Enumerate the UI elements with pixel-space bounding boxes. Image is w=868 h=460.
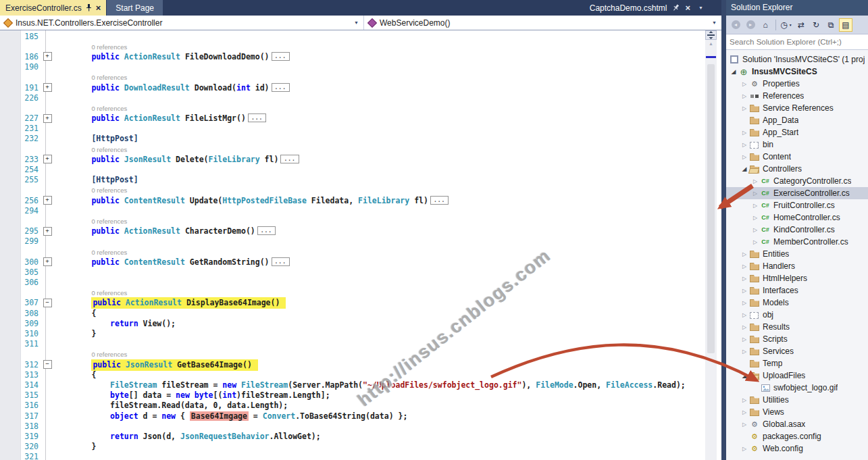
collapsed-arrow-icon[interactable]: ▷ — [740, 336, 749, 342]
tree-item-interfaces[interactable]: ▷Interfaces — [726, 284, 868, 297]
home-button[interactable]: ⌂ — [759, 18, 772, 32]
tree-item-swfobject-logo-gif[interactable]: swfobject_logo.gif — [726, 382, 868, 394]
collapse-region-box[interactable]: − — [43, 360, 52, 369]
collapsed-arrow-icon[interactable]: ▷ — [740, 312, 749, 318]
collapsed-arrow-icon[interactable]: ▷ — [740, 349, 749, 355]
tree-item-bin[interactable]: ▷bin — [726, 138, 868, 151]
code-text[interactable]: 0 references — [54, 247, 127, 257]
code-text[interactable]: [HttpPost] — [54, 175, 138, 184]
scroll-up-button[interactable]: ▲ — [705, 40, 717, 48]
expanded-arrow-icon[interactable]: ◢ — [740, 165, 749, 172]
solution-explorer-search[interactable]: Search Solution Explorer (Ctrl+;) — [726, 34, 868, 50]
code-text[interactable]: public ActionResult FileListMgr()... — [54, 113, 266, 123]
collapsed-arrow-icon[interactable]: ▷ — [740, 421, 749, 428]
expand-region-box[interactable]: + — [43, 114, 52, 123]
chevron-down-icon[interactable]: ▼ — [789, 23, 792, 27]
collapsed-code-ellipsis[interactable]: ... — [430, 196, 449, 205]
tree-item-services[interactable]: ▷Services — [726, 345, 868, 357]
collapsed-arrow-icon[interactable]: ▷ — [740, 130, 749, 136]
code-text[interactable]: byte[] data = new byte[(int)fileStream.L… — [54, 390, 330, 400]
code-text[interactable]: return View(); — [54, 319, 176, 328]
tree-item-utilities[interactable]: ▷Utilities — [726, 394, 868, 406]
collapsed-arrow-icon[interactable]: ▷ — [750, 239, 760, 245]
members-dropdown[interactable]: WebServiceDemo() ▼ — [364, 16, 721, 30]
expand-region-box[interactable]: + — [43, 196, 52, 205]
tree-item-service-references[interactable]: ▷Service References — [726, 102, 868, 114]
code-text[interactable]: public ContentResult Update(HttpPostedFi… — [54, 196, 449, 205]
close-icon[interactable]: × — [96, 3, 101, 12]
tree-item-results[interactable]: ▷Results — [726, 321, 868, 333]
code-text[interactable]: [HttpPost] — [54, 134, 138, 143]
tree-item-entities[interactable]: ▷Entities — [726, 248, 868, 260]
tab-list-caret-icon[interactable]: ▼ — [698, 5, 703, 10]
code-text[interactable]: public ActionResult CharacterDemo()... — [54, 226, 276, 236]
collapsed-arrow-icon[interactable]: ▷ — [740, 324, 749, 330]
tree-item-exercisecontroller-cs[interactable]: ▷C#ExerciseController.cs — [726, 187, 868, 199]
expanded-arrow-icon[interactable]: ◢ — [740, 372, 749, 379]
collapse-all-button[interactable]: ⧉ — [824, 18, 838, 32]
codelens-references[interactable]: 0 references — [91, 218, 127, 225]
code-text[interactable]: 0 references — [54, 145, 127, 154]
expand-region-box[interactable]: + — [43, 83, 52, 92]
preview-document-tab[interactable]: CaptchaDemo.cshtml × ▼ — [590, 0, 703, 16]
code-text[interactable]: return Json(d, JsonRequestBehavior.Allow… — [54, 432, 321, 441]
code-text[interactable]: fileStream.Read(data, 0, data.Length); — [54, 401, 288, 410]
tab-exercisecontroller[interactable]: ExerciseController.cs × — [0, 0, 106, 16]
collapsed-code-ellipsis[interactable]: ... — [280, 155, 299, 163]
types-dropdown[interactable]: Insus.NET.Controllers.ExerciseController… — [0, 16, 364, 30]
tree-item-content[interactable]: ▷Content — [726, 151, 868, 163]
tree-item-obj[interactable]: ▷obj — [726, 309, 868, 321]
code-text[interactable]: 0 references — [54, 288, 127, 297]
collapsed-arrow-icon[interactable]: ▷ — [740, 81, 749, 87]
code-text[interactable]: object d = new { Base64Imgage = Convert.… — [54, 411, 407, 421]
codelens-references[interactable]: 0 references — [91, 43, 127, 51]
expand-region-box[interactable]: + — [43, 257, 52, 266]
code-text[interactable]: public DownloadResult Download(int id)..… — [54, 83, 290, 93]
codelens-references[interactable]: 0 references — [91, 74, 127, 81]
expand-region-box[interactable]: + — [43, 52, 52, 61]
expanded-arrow-icon[interactable]: ◢ — [729, 68, 738, 75]
expand-region-box[interactable]: + — [43, 227, 52, 236]
collapsed-arrow-icon[interactable]: ▷ — [740, 446, 749, 452]
code-text[interactable]: { — [54, 370, 96, 380]
chevron-down-icon[interactable]: ▼ — [712, 20, 717, 25]
tree-item-app-data[interactable]: App_Data — [726, 114, 868, 126]
panel-splitter[interactable] — [721, 0, 726, 460]
collapsed-code-ellipsis[interactable]: ... — [272, 257, 290, 266]
collapsed-arrow-icon[interactable]: ▷ — [740, 409, 749, 415]
collapsed-arrow-icon[interactable]: ▷ — [750, 215, 760, 221]
editor-vertical-scrollbar[interactable]: ▲ — [705, 30, 717, 460]
tree-item-global-asax[interactable]: ▷⚙Global.asax — [726, 418, 868, 430]
code-editor[interactable]: 185 0 references186+ public ActionResult… — [0, 30, 721, 460]
codelens-references[interactable]: 0 references — [91, 351, 127, 358]
collapsed-arrow-icon[interactable]: ▷ — [740, 93, 749, 99]
collapsed-code-ellipsis[interactable]: ... — [272, 52, 290, 61]
tree-item-uploadfiles[interactable]: ◢UploadFiles — [726, 369, 868, 382]
pin-icon[interactable] — [86, 4, 92, 11]
expand-region-box[interactable]: + — [43, 155, 52, 163]
collapsed-arrow-icon[interactable]: ▷ — [740, 263, 749, 270]
code-text[interactable]: FileStream fileStream = new FileStream(S… — [54, 380, 686, 390]
navigate-forward-button[interactable]: ▸ — [744, 18, 757, 32]
code-text[interactable]: { — [54, 309, 96, 318]
tree-item-scripts[interactable]: ▷Scripts — [726, 333, 868, 345]
tree-item-properties[interactable]: ▷⚙Properties — [726, 78, 868, 90]
chevron-down-icon[interactable]: ▼ — [354, 20, 359, 25]
pin-icon[interactable] — [671, 3, 681, 12]
code-text[interactable]: } — [54, 329, 96, 338]
collapsed-arrow-icon[interactable]: ▷ — [750, 190, 760, 197]
code-text[interactable]: 0 references — [54, 42, 127, 51]
collapsed-arrow-icon[interactable]: ▷ — [750, 203, 760, 209]
tab-start-page[interactable]: Start Page — [107, 0, 163, 16]
collapsed-arrow-icon[interactable]: ▷ — [740, 276, 749, 282]
codelens-references[interactable]: 0 references — [91, 146, 127, 153]
code-text[interactable]: public ActionResult FileDownloadDemo()..… — [54, 52, 290, 61]
tree-item-solution-insusmvcsitecs-1-proj[interactable]: Solution 'InsusMVCSiteCS' (1 proj — [726, 53, 868, 66]
tree-item-models[interactable]: ▷Models — [726, 297, 868, 309]
code-text[interactable]: 0 references — [54, 103, 127, 113]
show-all-files-button[interactable]: ▤ — [839, 18, 852, 32]
tree-item-insusmvcsitecs[interactable]: ◢⊕InsusMVCSiteCS — [726, 66, 868, 78]
code-text[interactable]: 0 references — [54, 72, 127, 82]
sync-with-active-document-button[interactable]: ⇄ — [794, 18, 808, 32]
collapsed-code-ellipsis[interactable]: ... — [257, 226, 276, 235]
